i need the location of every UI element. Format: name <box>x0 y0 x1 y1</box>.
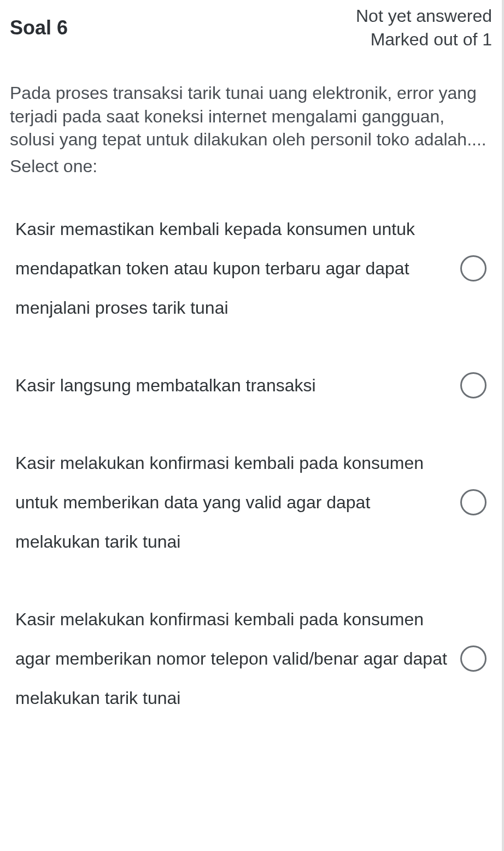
question-container: Soal 6 Not yet answered Marked out of 1 … <box>0 0 504 851</box>
option-row[interactable]: Kasir melakukan konfirmasi kembali pada … <box>10 443 492 561</box>
radio-option-4[interactable] <box>460 645 487 672</box>
radio-option-1[interactable] <box>460 255 487 281</box>
question-header: Soal 6 Not yet answered Marked out of 1 <box>10 0 492 62</box>
question-number: Soal 6 <box>10 4 68 39</box>
radio-option-3[interactable] <box>460 489 487 515</box>
select-one-label: Select one: <box>10 156 492 177</box>
radio-option-2[interactable] <box>460 372 487 398</box>
option-row[interactable]: Kasir langsung membatalkan transaksi <box>10 366 492 405</box>
status-marked-out: Marked out of 1 <box>356 28 492 51</box>
option-row[interactable]: Kasir memastikan kembali kepada konsumen… <box>10 209 492 327</box>
option-row[interactable]: Kasir melakukan konfirmasi kembali pada … <box>10 600 492 718</box>
option-text: Kasir melakukan konfirmasi kembali pada … <box>15 443 460 561</box>
option-text: Kasir memastikan kembali kepada konsumen… <box>15 209 460 327</box>
option-text: Kasir langsung membatalkan transaksi <box>15 366 460 405</box>
option-text: Kasir melakukan konfirmasi kembali pada … <box>15 600 460 718</box>
question-status: Not yet answered Marked out of 1 <box>356 4 492 51</box>
question-text: Pada proses transaksi tarik tunai uang e… <box>10 81 492 151</box>
status-not-answered: Not yet answered <box>356 4 492 28</box>
